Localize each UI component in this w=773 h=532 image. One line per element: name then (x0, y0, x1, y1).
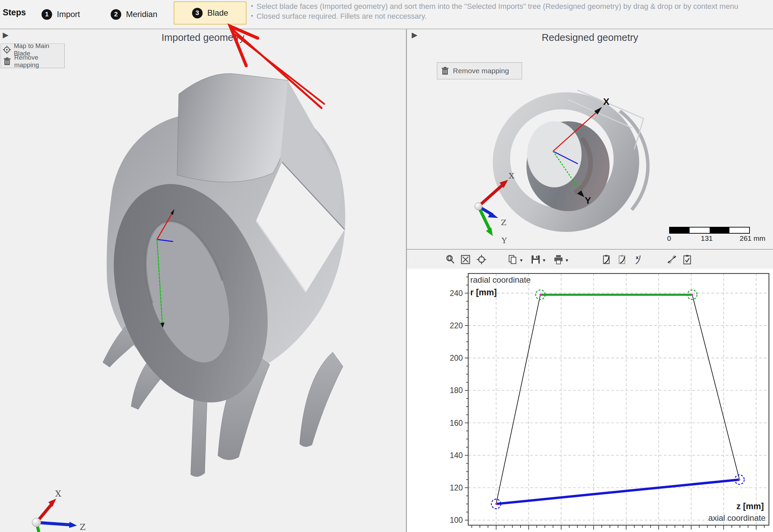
imported-geometry-viewport[interactable]: ▶ Imported geometry Map to Main Blade (0, 29, 406, 532)
chart-point-center (539, 294, 541, 296)
step-3-badge: 3 (192, 8, 203, 18)
redesigned-ring-3d-model[interactable]: X Y X Z Y (407, 29, 773, 249)
bullet-icon: • (251, 3, 253, 10)
impeller-top-blade (177, 74, 290, 182)
scale-mid: 131 (701, 234, 713, 242)
chart-x-axis-label: z [mm] (736, 501, 764, 511)
axis-z-label: Z (501, 218, 506, 227)
step-2-label: Meridian (126, 10, 157, 19)
scale-bar: 0 131 261 mm (669, 227, 771, 234)
imported-impeller-3d-model[interactable]: X Z (0, 29, 406, 532)
step-import[interactable]: 1 Import (42, 0, 80, 29)
chart-y-tick-label: 160 (450, 419, 463, 427)
chart-point-center (691, 294, 693, 296)
model-axis-y-label: Y (585, 195, 591, 206)
model-axis-x-label: X (603, 96, 610, 107)
scale-end: 261 mm (740, 234, 766, 242)
chart-point-center (739, 479, 741, 481)
step-blade-active[interactable]: 3 Blade (174, 1, 247, 25)
instruction-line-2: •Closed surface required. Fillets are no… (251, 11, 738, 21)
axis-x-label: X (55, 489, 61, 499)
chart-series-hub (496, 480, 740, 504)
chart-x-axis-sublabel: axial coordinate (708, 513, 766, 522)
chart-series-trailing-edge (692, 295, 740, 480)
steps-label: Steps (3, 7, 26, 17)
meridian-contour-chart[interactable]: 100120140160180200220240 radial coordina… (407, 250, 773, 532)
bullet-icon: • (251, 13, 253, 19)
chart-y-tick-label: 100 (450, 516, 463, 525)
coordinate-triad: X Z (32, 489, 85, 532)
ring-bore-opening (527, 121, 582, 187)
scale-bar-checker (669, 227, 750, 234)
axis-x-label: X (509, 171, 515, 180)
chart-y-tick-label: 120 (450, 483, 463, 492)
step-1-badge: 1 (42, 9, 52, 20)
chart-y-tick-label: 140 (450, 451, 463, 460)
step-1-label: Import (57, 10, 80, 19)
chart-y-tick-label: 220 (450, 321, 463, 330)
chart-point-center (495, 503, 497, 505)
axis-y-label: Y (501, 236, 507, 245)
impeller-fin (300, 352, 343, 447)
axis-z-label: Z (80, 522, 85, 532)
steps-header: Steps 1 Import 2 Meridian 3 Blade •Selec… (0, 0, 773, 29)
chart-y-tick-label: 180 (450, 386, 463, 395)
step-meridian[interactable]: 2 Meridian (111, 0, 157, 29)
redesigned-geometry-viewport[interactable]: ▶ Redesigned geometry Remove mapping (407, 29, 773, 249)
chart-title: radial coordinate (470, 275, 531, 284)
meridian-chart-panel: ▾ ▾ ▾ x (407, 250, 773, 532)
chart-y-tick-label: 200 (450, 354, 463, 362)
scale-start: 0 (667, 234, 671, 242)
instruction-line-1: •Select blade faces (Imported geometry) … (251, 1, 738, 11)
step-3-label: Blade (207, 8, 228, 18)
step-2-badge: 2 (111, 9, 121, 20)
chart-series-leading-edge (496, 295, 540, 504)
chart-y-tick-label: 240 (450, 289, 463, 298)
chart-y-axis-label: r [mm] (470, 287, 497, 297)
instructions: •Select blade faces (Imported geometry) … (251, 1, 738, 21)
